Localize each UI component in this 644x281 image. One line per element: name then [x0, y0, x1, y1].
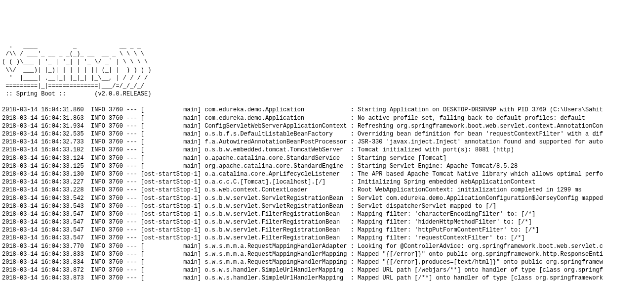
log-line: 2018-03-14 16:04:33.770 INFO 3760 --- [ … — [2, 242, 642, 250]
log-line: 2018-03-14 16:04:33.872 INFO 3760 --- [ … — [2, 266, 642, 274]
log-line: 2018-03-14 16:04:32.733 INFO 3760 --- [ … — [2, 138, 642, 146]
banner-line: /\\ / ___'_ __ _ _(_)_ __ __ _ \ \ \ \ — [2, 50, 144, 57]
banner-line: :: Spring Boot :: (v2.0.0.RELEASE) — [2, 91, 151, 97]
log-line: 2018-03-14 16:04:33.873 INFO 3760 --- [ … — [2, 274, 642, 281]
log-line: 2018-03-14 16:04:33.543 INFO 3760 --- [o… — [2, 202, 642, 210]
log-line: 2018-03-14 16:04:32.535 INFO 3760 --- [ … — [2, 130, 642, 138]
log-line: 2018-03-14 16:04:33.228 INFO 3760 --- [o… — [2, 186, 642, 194]
log-line: 2018-03-14 16:04:33.547 INFO 3760 --- [o… — [2, 226, 642, 234]
banner-line: =========|_|==============|___/=/_/_/_/ — [2, 83, 144, 90]
log-lines: 2018-03-14 16:04:31.860 INFO 3760 --- [ … — [2, 106, 642, 281]
log-line: 2018-03-14 16:04:33.227 INFO 3760 --- [o… — [2, 178, 642, 186]
banner-line: ( ( )\___ | '_ | '_| | '_ \/ _` | \ \ \ … — [2, 58, 148, 65]
spring-banner: . ____ _ __ _ _ /\\ / ___'_ __ _ _(_)_ _… — [2, 42, 642, 98]
banner-line: ' |____| .__|_| |_|_| |_\__, | / / / / — [2, 75, 148, 82]
log-line: 2018-03-14 16:04:33.834 INFO 3760 --- [ … — [2, 258, 642, 266]
log-line: 2018-03-14 16:04:33.542 INFO 3760 --- [o… — [2, 194, 642, 202]
log-line: 2018-03-14 16:04:33.102 INFO 3760 --- [ … — [2, 146, 642, 154]
log-line: 2018-03-14 16:04:33.547 INFO 3760 --- [o… — [2, 218, 642, 226]
log-line: 2018-03-14 16:04:31.860 INFO 3760 --- [ … — [2, 106, 642, 114]
banner-line: \\/ ___)| |_)| | | | | || (_| | ) ) ) ) — [2, 67, 151, 74]
console-output: . ____ _ __ _ _ /\\ / ___'_ __ _ _(_)_ _… — [2, 34, 642, 281]
log-line: 2018-03-14 16:04:33.547 INFO 3760 --- [o… — [2, 234, 642, 242]
log-line: 2018-03-14 16:04:33.547 INFO 3760 --- [o… — [2, 210, 642, 218]
log-line: 2018-03-14 16:04:33.130 INFO 3760 --- [o… — [2, 170, 642, 178]
log-line: 2018-03-14 16:04:33.833 INFO 3760 --- [ … — [2, 250, 642, 258]
log-line: 2018-03-14 16:04:33.124 INFO 3760 --- [ … — [2, 154, 642, 162]
banner-line: . ____ _ __ _ _ — [2, 43, 141, 49]
log-line: 2018-03-14 16:04:31.934 INFO 3760 --- [ … — [2, 122, 642, 130]
log-line: 2018-03-14 16:04:31.863 INFO 3760 --- [ … — [2, 114, 642, 122]
log-line: 2018-03-14 16:04:33.125 INFO 3760 --- [ … — [2, 162, 642, 170]
